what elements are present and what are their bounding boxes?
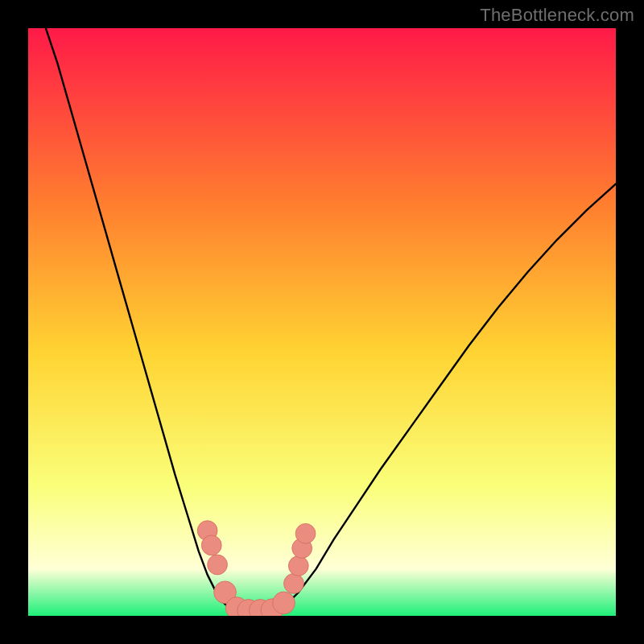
plot-area [28, 28, 616, 616]
gradient-background [28, 28, 616, 616]
bottleneck-chart [28, 28, 616, 616]
curve-marker [284, 573, 304, 593]
curve-marker [273, 592, 295, 614]
curve-marker [201, 535, 221, 555]
curve-marker [208, 555, 228, 575]
watermark-text: TheBottleneck.com [480, 5, 634, 26]
chart-frame: TheBottleneck.com [0, 0, 644, 644]
curve-marker [288, 556, 308, 576]
curve-marker [295, 523, 316, 543]
